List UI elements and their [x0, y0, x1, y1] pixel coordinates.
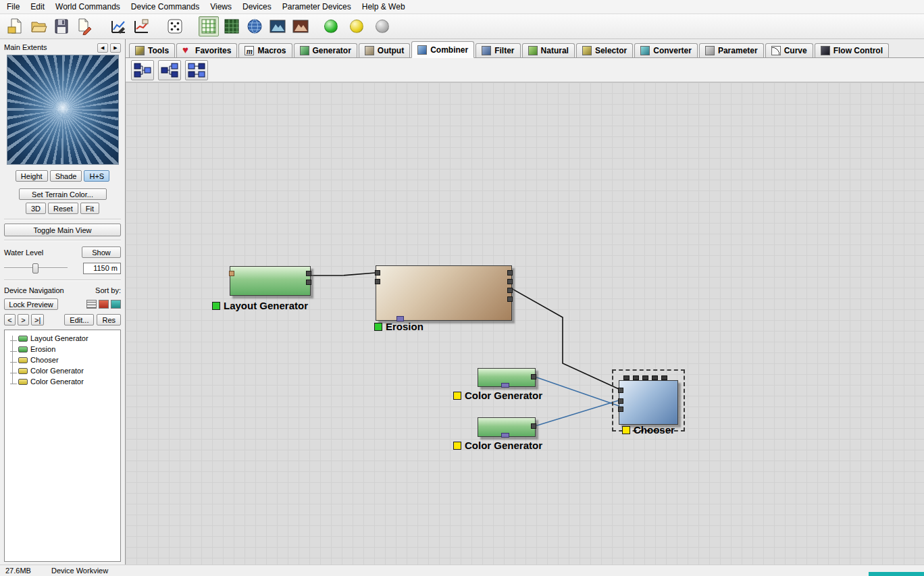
tab-combiner[interactable]: Combiner — [411, 41, 474, 58]
device-list-item[interactable]: Layout Generator — [6, 333, 119, 344]
edit-device-button[interactable]: Edit... — [64, 314, 94, 325]
output-port[interactable] — [531, 423, 536, 429]
input-port[interactable] — [618, 407, 623, 412]
nav-last-button[interactable]: >| — [31, 314, 44, 325]
tab-output[interactable]: Output — [359, 43, 410, 57]
tab-filter[interactable]: Filter — [476, 43, 520, 57]
save-file-button[interactable] — [51, 16, 72, 36]
wire-colorgen2-chooser[interactable] — [535, 400, 619, 426]
shade-view-button[interactable]: Shade — [50, 170, 82, 182]
input-port[interactable] — [652, 375, 658, 380]
input-port[interactable] — [623, 375, 630, 380]
wire-layoutgen-erosion[interactable] — [310, 273, 376, 276]
input-port[interactable] — [633, 375, 639, 380]
output-port[interactable] — [306, 280, 311, 285]
input-port[interactable] — [229, 271, 234, 276]
enabled-indicator[interactable] — [453, 442, 461, 450]
fit-view-button[interactable]: Fit — [80, 203, 99, 214]
height-shade-view-button[interactable]: H+S — [84, 170, 109, 182]
random-seed-button[interactable] — [165, 16, 185, 36]
tab-parameter[interactable]: Parameter — [699, 43, 764, 57]
output-port[interactable] — [531, 374, 536, 379]
graph-report-button[interactable] — [131, 16, 151, 36]
render-preview-button[interactable] — [290, 16, 311, 36]
water-level-show-button[interactable]: Show — [82, 246, 121, 258]
terrain-preview-image[interactable] — [7, 55, 119, 165]
tab-natural[interactable]: Natural — [522, 43, 575, 57]
set-terrain-color-button[interactable]: Set Terrain Color... — [19, 188, 107, 200]
status-light-yellow[interactable] — [350, 20, 363, 33]
output-port[interactable] — [507, 279, 513, 284]
res-button[interactable]: Res — [97, 314, 121, 325]
toggle-main-view-button[interactable]: Toggle Main View — [4, 224, 121, 236]
input-port[interactable] — [642, 375, 648, 380]
world-globe-button[interactable] — [245, 16, 265, 36]
tab-selector[interactable]: Selector — [576, 43, 633, 57]
input-port[interactable] — [375, 270, 380, 276]
device-list-item[interactable]: Color Generator — [6, 365, 119, 376]
combiner-device-2-button[interactable] — [158, 60, 181, 80]
height-view-button[interactable]: Height — [16, 170, 48, 182]
new-file-button[interactable] — [5, 16, 26, 36]
reset-view-button[interactable]: Reset — [48, 203, 78, 214]
input-port[interactable] — [375, 279, 380, 284]
input-port[interactable] — [618, 398, 623, 404]
parameter-port[interactable] — [501, 433, 509, 438]
node-erosion[interactable] — [376, 265, 512, 321]
output-port[interactable] — [306, 271, 311, 276]
open-file-button[interactable] — [28, 16, 49, 36]
menu-views[interactable]: Views — [205, 1, 237, 13]
combiner-device-1-button[interactable] — [131, 60, 154, 80]
sort-type-icon[interactable] — [99, 300, 109, 309]
view-3d-button[interactable]: 3D — [26, 203, 46, 214]
device-list[interactable]: Layout Generator Erosion Chooser Color G… — [4, 330, 121, 562]
output-port[interactable] — [507, 288, 513, 293]
device-workview-canvas[interactable]: Layout Generator Erosion — [126, 82, 924, 565]
menu-parameter-devices[interactable]: Parameter Devices — [277, 1, 357, 13]
input-port[interactable] — [661, 375, 667, 380]
extents-next-button[interactable]: ▶ — [110, 43, 121, 53]
combiner-device-3-button[interactable] — [185, 60, 208, 80]
tab-favorites[interactable]: Favorites — [176, 43, 237, 57]
device-list-item[interactable]: Chooser — [6, 355, 119, 365]
slider-thumb[interactable] — [32, 263, 38, 273]
wire-colorgen1-chooser[interactable] — [535, 377, 619, 406]
node-color-generator-2[interactable] — [478, 417, 536, 437]
tab-curve[interactable]: Curve — [765, 43, 813, 57]
output-port[interactable] — [507, 296, 513, 302]
sort-flow-icon[interactable] — [111, 300, 121, 309]
node-color-generator-1[interactable] — [478, 368, 536, 387]
parameter-port[interactable] — [501, 383, 509, 388]
enabled-indicator[interactable] — [622, 426, 630, 434]
water-level-slider[interactable] — [4, 262, 68, 274]
menu-file[interactable]: File — [1, 1, 25, 13]
grid-view-button[interactable] — [222, 16, 242, 36]
output-port[interactable] — [507, 270, 513, 276]
tab-flow-control[interactable]: Flow Control — [815, 43, 889, 57]
input-port[interactable] — [618, 388, 623, 393]
tab-tools[interactable]: Tools — [129, 43, 175, 57]
tab-generator[interactable]: Generator — [294, 43, 357, 57]
nav-next-button[interactable]: > — [18, 314, 29, 325]
node-chooser[interactable] — [619, 380, 678, 425]
menu-devices[interactable]: Devices — [237, 1, 277, 13]
node-layout-generator[interactable] — [230, 266, 311, 296]
menu-help-web[interactable]: Help & Web — [357, 1, 411, 13]
enabled-indicator[interactable] — [374, 323, 382, 331]
sort-list-icon[interactable] — [86, 300, 97, 309]
device-list-item[interactable]: Erosion — [6, 344, 119, 355]
menu-device-commands[interactable]: Device Commands — [126, 1, 205, 13]
terrain-preview-button[interactable] — [267, 16, 288, 36]
menu-edit[interactable]: Edit — [25, 1, 50, 13]
nav-prev-button[interactable]: < — [4, 314, 16, 325]
tab-macros[interactable]: Macros — [238, 43, 292, 57]
tab-converter[interactable]: Converter — [634, 43, 698, 57]
device-list-item[interactable]: Color Generator — [6, 376, 119, 387]
export-file-button[interactable] — [74, 16, 95, 36]
enabled-indicator[interactable] — [212, 302, 220, 310]
enabled-indicator[interactable] — [453, 392, 461, 400]
lock-preview-button[interactable]: Lock Preview — [4, 298, 58, 310]
status-light-green[interactable] — [324, 20, 338, 33]
graph-edit-button[interactable] — [108, 16, 128, 36]
menu-world-commands[interactable]: World Commands — [50, 1, 126, 13]
